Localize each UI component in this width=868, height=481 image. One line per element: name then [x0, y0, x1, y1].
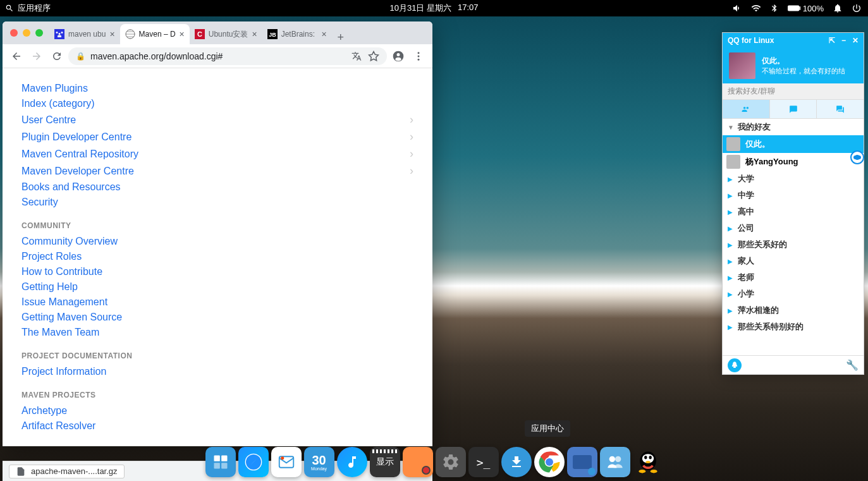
reload-button[interactable]	[48, 47, 66, 65]
page-content[interactable]: Maven PluginsIndex (category)User Centre…	[3, 68, 432, 446]
settings-icon[interactable]: 🔧	[846, 359, 859, 371]
dock-music[interactable]	[337, 447, 367, 477]
svg-text:JB: JB	[269, 32, 276, 38]
qq-tab-messages[interactable]	[770, 100, 817, 118]
forward-button[interactable]	[28, 47, 46, 65]
dock-screenshot[interactable]	[403, 447, 433, 477]
nav-link[interactable]: Maven Central Repository›	[21, 145, 413, 162]
pin-icon[interactable]: ⇱	[829, 36, 835, 45]
chevron-right-icon: ▶	[728, 307, 734, 314]
teamviewer-icon[interactable]	[850, 150, 864, 164]
translate-icon[interactable]	[351, 51, 362, 61]
new-tab-button[interactable]: +	[332, 31, 350, 44]
qq-contact-list[interactable]: ▼我的好友仅此。杨YangYoung▶大学▶中学▶高中▶公司▶那些关系好的▶家人…	[723, 119, 864, 355]
nav-link[interactable]: Community Overview	[21, 234, 413, 249]
chevron-right-icon: ▶	[728, 192, 734, 199]
nav-link[interactable]: Plugin Developer Centre›	[21, 128, 413, 145]
download-item[interactable]: apache-maven-....tar.gz	[9, 465, 125, 478]
close-button[interactable]	[10, 29, 18, 37]
nav-link[interactable]: Artifact Resolver	[21, 418, 413, 434]
close-icon[interactable]: ×	[180, 29, 185, 39]
power-icon[interactable]	[852, 3, 862, 13]
maximize-button[interactable]	[35, 29, 43, 37]
nav-link[interactable]: The Maven Team	[21, 325, 413, 340]
qq-group-header[interactable]: ▶中学	[723, 187, 864, 204]
dock-remote[interactable]	[567, 447, 597, 477]
bell-icon[interactable]	[833, 3, 843, 13]
time-label[interactable]: 17:07	[458, 3, 479, 14]
close-icon[interactable]: ×	[321, 29, 326, 39]
qq-tab-contacts[interactable]	[723, 100, 770, 118]
qq-group-header[interactable]: ▶那些关系特别好的	[723, 319, 864, 335]
nav-link[interactable]: Maven Developer Centre›	[21, 162, 413, 180]
star-icon[interactable]	[368, 51, 379, 62]
battery-indicator[interactable]: 100%	[788, 4, 824, 13]
browser-window: maven ubu×Maven – D×CUbuntu安装×JBJetBrain…	[3, 21, 432, 446]
minimize-icon[interactable]: −	[841, 36, 846, 45]
nav-link[interactable]: Maven Plugins	[21, 81, 413, 96]
qq-group-header[interactable]: ▶那些关系好的	[723, 236, 864, 253]
dock-terminal[interactable]: >_	[468, 447, 499, 477]
nav-link[interactable]: Archetype	[21, 403, 413, 418]
qq-group-header[interactable]: ▶公司	[723, 220, 864, 236]
back-button[interactable]	[8, 47, 25, 65]
dock-settings[interactable]	[436, 447, 466, 477]
nav-link[interactable]: How to Contribute	[21, 264, 413, 279]
dock-workspaces[interactable]	[205, 447, 236, 477]
svg-point-23	[546, 458, 553, 466]
chevron-right-icon: ▶	[728, 258, 734, 265]
close-icon[interactable]: ×	[252, 29, 257, 39]
qq-group-header[interactable]: ▶萍水相逢的	[723, 302, 864, 319]
qq-signature[interactable]: 不输给过程，就会有好的结	[762, 66, 845, 76]
dock-download[interactable]	[501, 447, 532, 477]
svg-point-30	[645, 461, 650, 463]
date-label[interactable]: 10月31日 星期六	[389, 3, 451, 14]
browser-tab[interactable]: Maven – D×	[120, 24, 190, 44]
topbar-apps[interactable]: 应用程序	[0, 3, 51, 14]
nav-link[interactable]: Index (category)	[21, 96, 413, 111]
svg-point-18	[246, 454, 261, 470]
nav-link[interactable]: Getting Maven Source	[21, 310, 413, 325]
nav-link[interactable]: Security	[21, 195, 413, 210]
qq-contact[interactable]: 杨YangYoung	[723, 153, 864, 171]
dock-qq[interactable]	[633, 447, 663, 477]
qq-search-input[interactable]: 搜索好友/群聊	[723, 83, 864, 100]
browser-tab[interactable]: maven ubu×	[49, 24, 120, 44]
nav-link[interactable]: Project Information	[21, 364, 413, 379]
nav-link[interactable]: User Centre›	[21, 111, 413, 128]
qq-group-header[interactable]: ▶小学	[723, 286, 864, 302]
qq-group-header[interactable]: ▶大学	[723, 171, 864, 187]
qq-tab-groups[interactable]	[817, 100, 864, 118]
bluetooth-icon[interactable]	[770, 4, 779, 13]
dock-safari[interactable]	[238, 447, 269, 477]
close-icon[interactable]: ×	[109, 29, 114, 39]
qq-username[interactable]: 仅此。	[762, 56, 845, 66]
nav-link[interactable]: Project Roles	[21, 249, 413, 264]
file-icon	[16, 466, 26, 477]
url-field[interactable]: 🔒 maven.apache.org/download.cgi#	[68, 47, 387, 65]
qq-logo-icon[interactable]	[728, 358, 742, 372]
nav-link[interactable]: Getting Help	[21, 279, 413, 295]
dock-video[interactable]: 显示	[370, 447, 400, 477]
profile-button[interactable]	[389, 47, 407, 65]
qq-titlebar[interactable]: QQ for Linux ⇱ − ✕	[723, 33, 864, 48]
qq-contact[interactable]: 仅此。	[723, 135, 864, 153]
close-icon[interactable]: ✕	[852, 36, 859, 45]
browser-tab[interactable]: JBJetBrains:×	[262, 24, 332, 44]
wifi-icon[interactable]	[751, 3, 761, 13]
qq-group-header[interactable]: ▼我的好友	[723, 119, 864, 135]
browser-tab[interactable]: CUbuntu安装×	[190, 24, 262, 44]
dock-calendar[interactable]: 30Monday	[304, 447, 334, 477]
qq-group-header[interactable]: ▶高中	[723, 204, 864, 220]
dock-chrome[interactable]	[534, 447, 565, 477]
qq-group-header[interactable]: ▶家人	[723, 253, 864, 269]
volume-icon[interactable]	[732, 3, 742, 13]
qq-avatar[interactable]	[729, 52, 755, 79]
dock-contacts[interactable]	[600, 447, 630, 477]
qq-group-header[interactable]: ▶老师	[723, 269, 864, 286]
nav-link[interactable]: Issue Management	[21, 295, 413, 310]
nav-link[interactable]: Books and Resources	[21, 180, 413, 195]
menu-button[interactable]	[410, 47, 427, 65]
minimize-button[interactable]	[23, 29, 30, 37]
dock-mail[interactable]	[271, 447, 302, 477]
